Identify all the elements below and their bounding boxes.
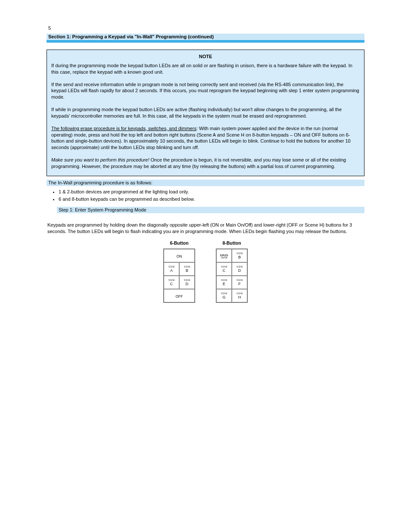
note-p5-italic: Make sure you want to perform this proce… bbox=[51, 157, 149, 162]
kp6-b: SCENEB bbox=[179, 262, 195, 276]
note-title: NOTE bbox=[51, 53, 360, 60]
kp8-g: SCENEG bbox=[216, 289, 232, 302]
keypad-diagrams: 6-Button ON SCENEA SCENEB SCENEC SCENED … bbox=[47, 240, 364, 303]
kp6-a: SCENEA bbox=[164, 262, 179, 276]
step1-intro: Keypads are programmed by holding down t… bbox=[47, 222, 364, 235]
keypad-6-grid: ON SCENEA SCENEB SCENEC SCENED OFF bbox=[163, 249, 195, 303]
page-number: 5 bbox=[48, 25, 51, 31]
note-paragraph-1: If during the programming mode the keypa… bbox=[51, 62, 360, 75]
kp6-on: ON bbox=[164, 249, 195, 262]
note-paragraph-3: If while in programming mode the keypad … bbox=[51, 106, 360, 119]
note-paragraph-2: If the send and receive information whil… bbox=[51, 81, 360, 101]
kp6-d: SCENED bbox=[179, 276, 195, 289]
kp8-h: SCENEH bbox=[232, 289, 247, 302]
note-paragraph-5: Make sure you want to perform this proce… bbox=[51, 157, 360, 170]
keypad-8-button: 8-Button MAINOn/Off SCENEB SCENEC SCENED… bbox=[216, 240, 248, 303]
kp8-c: SCENEC bbox=[216, 262, 232, 276]
note-paragraph-4: The following erase procedure is for key… bbox=[51, 125, 360, 151]
note-box: NOTE If during the programming mode the … bbox=[47, 50, 364, 176]
procedure-bullets: 1 & 2-button devices are programmed at t… bbox=[59, 189, 364, 202]
kp8-main: MAINOn/Off bbox=[216, 249, 232, 262]
bullet-2: 6 and 8-button keypads can be programmed… bbox=[59, 196, 364, 202]
section-heading: Section 1: Programming a Keypad via "In-… bbox=[47, 34, 364, 40]
kp8-b: SCENEB bbox=[232, 249, 247, 262]
kp8-e: SCENEE bbox=[216, 276, 232, 289]
keypad-8-title: 8-Button bbox=[216, 240, 248, 246]
section-heading-bar: Section 1: Programming a Keypad via "In-… bbox=[47, 34, 364, 43]
keypad-6-button: 6-Button ON SCENEA SCENEB SCENEC SCENED … bbox=[163, 240, 195, 303]
kp6-c: SCENEC bbox=[164, 276, 179, 289]
bullet-1: 1 & 2-button devices are programmed at t… bbox=[59, 189, 364, 195]
kp8-d: SCENED bbox=[232, 262, 247, 276]
keypad-6-title: 6-Button bbox=[163, 240, 195, 246]
kp6-off: OFF bbox=[164, 289, 195, 302]
heading-underline bbox=[47, 40, 364, 43]
step1-title-bar: Step 1: Enter System Programming Mode bbox=[57, 207, 364, 213]
keypad-8-grid: MAINOn/Off SCENEB SCENEC SCENED SCENEE S… bbox=[216, 249, 248, 303]
note-p4-underline: The following erase procedure is for key… bbox=[51, 126, 196, 131]
procedure-title-bar: The In-Wall programming procedure is as … bbox=[47, 180, 364, 186]
kp8-f: SCENEF bbox=[232, 276, 247, 289]
